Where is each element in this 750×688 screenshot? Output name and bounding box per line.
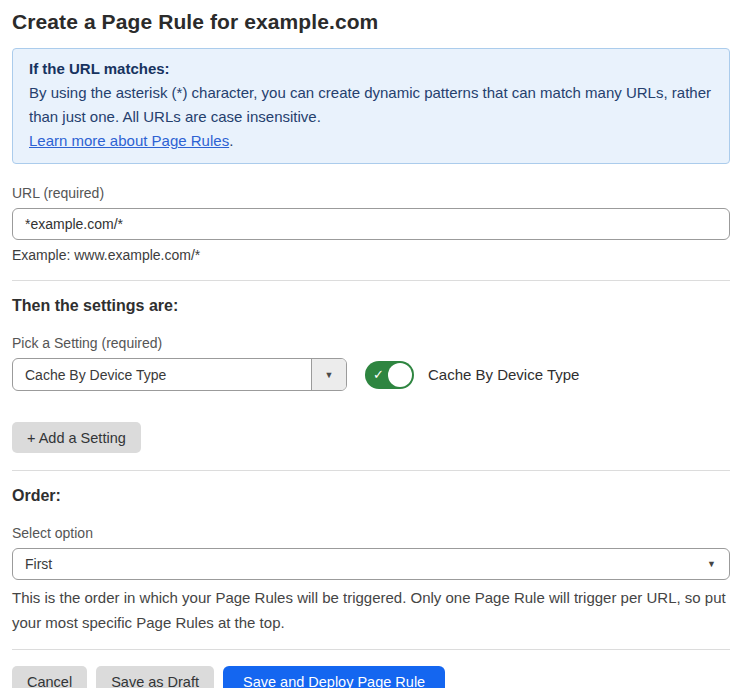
- chevron-down-icon: ▼: [325, 370, 334, 380]
- url-match-info-box: If the URL matches: By using the asteris…: [12, 48, 730, 164]
- info-box-body: By using the asterisk (*) character, you…: [29, 81, 713, 129]
- divider: [12, 470, 730, 471]
- order-select-value: First: [25, 556, 52, 572]
- info-box-heading: If the URL matches:: [29, 57, 713, 81]
- settings-section-heading: Then the settings are:: [12, 297, 730, 315]
- check-icon: ✓: [373, 367, 384, 382]
- url-example-helper: Example: www.example.com/*: [12, 247, 730, 263]
- footer-buttons: Cancel Save as Draft Save and Deploy Pag…: [12, 666, 730, 688]
- cancel-button[interactable]: Cancel: [12, 666, 87, 688]
- toggle-knob: [388, 363, 412, 387]
- order-select-label: Select option: [12, 525, 730, 541]
- page-rule-form: Create a Page Rule for example.com If th…: [0, 0, 750, 688]
- learn-more-link[interactable]: Learn more about Page Rules: [29, 132, 229, 149]
- setting-select-value: Cache By Device Type: [13, 359, 311, 390]
- setting-row: Cache By Device Type ▼ ✓ Cache By Device…: [12, 358, 730, 391]
- order-helper-text: This is the order in which your Page Rul…: [12, 585, 730, 635]
- divider: [12, 649, 730, 650]
- setting-select[interactable]: Cache By Device Type ▼: [12, 358, 347, 391]
- divider: [12, 280, 730, 281]
- url-input[interactable]: [12, 208, 730, 240]
- order-select[interactable]: First ▼: [12, 548, 730, 580]
- setting-select-arrow-button[interactable]: ▼: [311, 359, 346, 390]
- url-field-label: URL (required): [12, 185, 730, 201]
- add-setting-button[interactable]: + Add a Setting: [12, 422, 141, 453]
- info-box-link-line: Learn more about Page Rules.: [29, 129, 713, 153]
- link-period: .: [229, 132, 233, 149]
- chevron-down-icon: ▼: [707, 559, 716, 569]
- page-title: Create a Page Rule for example.com: [12, 10, 730, 34]
- pick-setting-label: Pick a Setting (required): [12, 335, 730, 351]
- save-draft-button[interactable]: Save as Draft: [96, 666, 214, 688]
- cache-device-toggle[interactable]: ✓: [365, 361, 414, 389]
- save-deploy-button[interactable]: Save and Deploy Page Rule: [223, 666, 445, 688]
- order-section-heading: Order:: [12, 487, 730, 505]
- toggle-label: Cache By Device Type: [428, 366, 579, 383]
